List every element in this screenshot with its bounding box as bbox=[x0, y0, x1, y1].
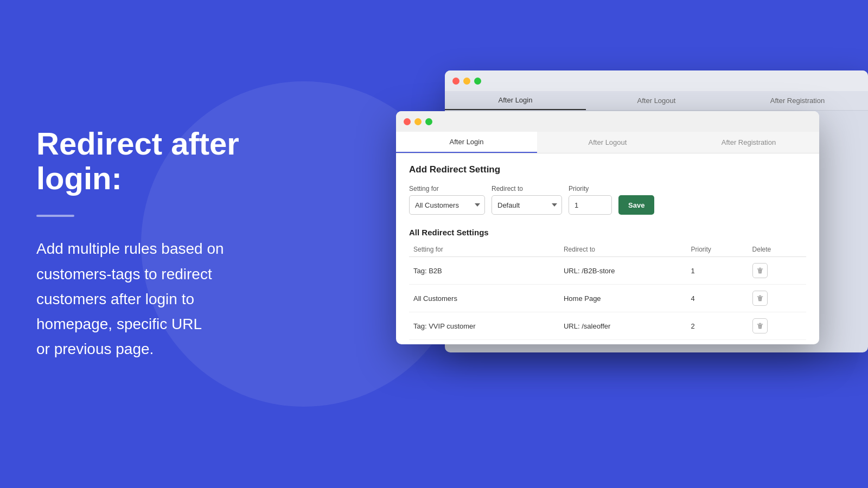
row1-setting-for: Tag: B2B bbox=[409, 257, 559, 285]
tab-after-logout-back[interactable]: After Logout bbox=[586, 91, 727, 110]
tab-after-logout-front[interactable]: After Logout bbox=[537, 132, 678, 153]
row3-redirect-to: URL: /saleoffer bbox=[559, 312, 687, 340]
right-panel: After Login After Logout After Registrat… bbox=[380, 0, 868, 488]
divider bbox=[36, 215, 74, 217]
row1-delete-button[interactable] bbox=[752, 263, 768, 278]
tab-after-registration-back[interactable]: After Registration bbox=[727, 91, 868, 110]
col-delete: Delete bbox=[748, 242, 806, 257]
left-panel: Redirect after login: Add multiple rules… bbox=[31, 0, 313, 488]
setting-for-select[interactable]: All Customers bbox=[409, 195, 485, 215]
tab-after-registration-front[interactable]: After Registration bbox=[678, 132, 819, 153]
priority-label: Priority bbox=[569, 185, 612, 192]
row1-priority: 1 bbox=[686, 257, 748, 285]
row3-priority: 2 bbox=[686, 312, 748, 340]
dot-yellow-front bbox=[414, 118, 422, 125]
save-button[interactable]: Save bbox=[618, 195, 654, 215]
row2-redirect-to: Home Page bbox=[559, 285, 687, 312]
browser-front-titlebar bbox=[396, 111, 819, 132]
add-section-title: Add Redirect Setting bbox=[409, 164, 806, 175]
tab-after-login-front[interactable]: After Login bbox=[396, 132, 537, 153]
settings-table-head: Setting for Redirect to Priority Delete bbox=[409, 242, 806, 257]
row2-setting-for: All Customers bbox=[409, 285, 559, 312]
trash-icon bbox=[756, 294, 764, 302]
setting-for-group: Setting for All Customers bbox=[409, 185, 485, 215]
row3-setting-for: Tag: VVIP customer bbox=[409, 312, 559, 340]
priority-input[interactable] bbox=[569, 195, 612, 215]
tab-after-login-back[interactable]: After Login bbox=[445, 91, 586, 110]
priority-group: Priority bbox=[569, 185, 612, 215]
col-priority: Priority bbox=[686, 242, 748, 257]
redirect-to-select[interactable]: Default bbox=[492, 195, 562, 215]
row3-delete-cell bbox=[748, 312, 806, 340]
dot-green-front bbox=[425, 118, 432, 125]
browser-back-tabbar: After Login After Logout After Registrat… bbox=[445, 91, 868, 111]
settings-table: Setting for Redirect to Priority Delete … bbox=[409, 242, 806, 340]
redirect-to-group: Redirect to Default bbox=[492, 185, 562, 215]
col-setting-for: Setting for bbox=[409, 242, 559, 257]
description-text: Add multiple rules based on customers-ta… bbox=[36, 236, 313, 362]
dot-red-back bbox=[452, 78, 459, 85]
row2-delete-cell bbox=[748, 285, 806, 312]
add-form-row: Setting for All Customers Redirect to De… bbox=[409, 185, 806, 215]
col-redirect-to: Redirect to bbox=[559, 242, 687, 257]
all-settings-title: All Redirect Settings bbox=[409, 228, 806, 237]
row1-redirect-to: URL: /B2B-store bbox=[559, 257, 687, 285]
dot-green-back bbox=[474, 78, 481, 85]
browser-front-tabbar: After Login After Logout After Registrat… bbox=[396, 132, 819, 153]
redirect-to-label: Redirect to bbox=[492, 185, 562, 192]
table-row: Tag: B2B URL: /B2B-store 1 bbox=[409, 257, 806, 285]
browser-back-titlebar bbox=[445, 70, 868, 91]
dot-red-front bbox=[404, 118, 411, 125]
row2-priority: 4 bbox=[686, 285, 748, 312]
table-row: All Customers Home Page 4 bbox=[409, 285, 806, 312]
row3-delete-button[interactable] bbox=[752, 318, 768, 333]
main-heading: Redirect after login: bbox=[36, 126, 313, 196]
row1-delete-cell bbox=[748, 257, 806, 285]
trash-icon bbox=[756, 267, 764, 274]
setting-for-label: Setting for bbox=[409, 185, 485, 192]
table-row: Tag: VVIP customer URL: /saleoffer 2 bbox=[409, 312, 806, 340]
browser-front: After Login After Logout After Registrat… bbox=[396, 111, 819, 344]
row2-delete-button[interactable] bbox=[752, 291, 768, 306]
dot-yellow-back bbox=[463, 78, 470, 85]
browser-content: Add Redirect Setting Setting for All Cus… bbox=[396, 153, 819, 351]
settings-table-body: Tag: B2B URL: /B2B-store 1 All Cu bbox=[409, 257, 806, 340]
trash-icon bbox=[756, 322, 764, 330]
